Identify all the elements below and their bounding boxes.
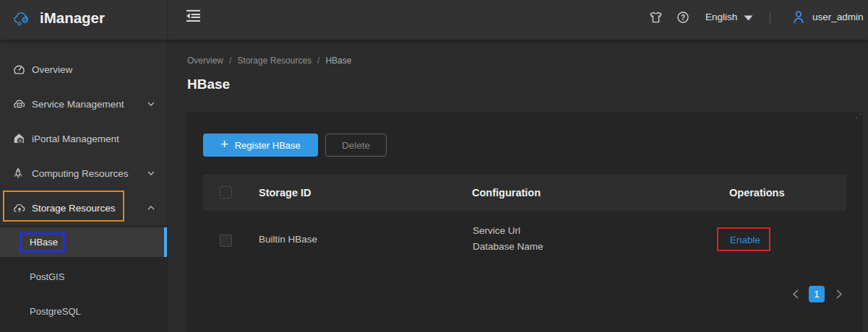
svg-text:?: ? (681, 14, 685, 22)
